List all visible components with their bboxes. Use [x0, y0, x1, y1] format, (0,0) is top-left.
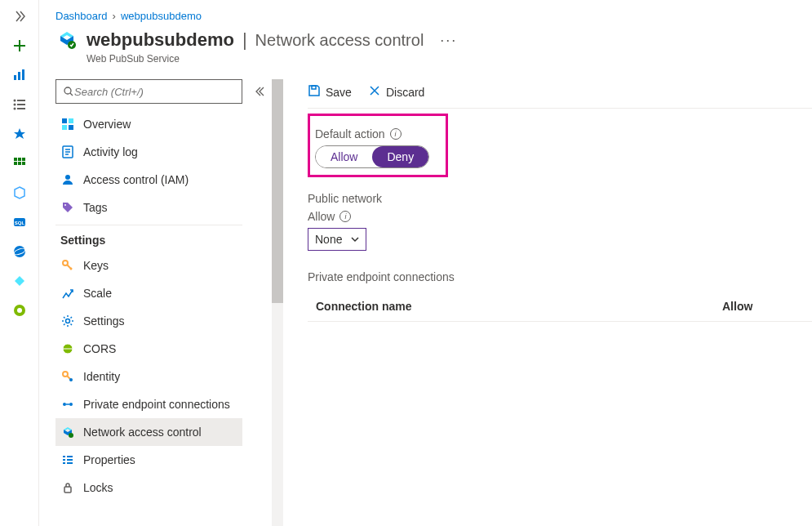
default-action-toggle[interactable]: Allow Deny	[315, 145, 429, 168]
svg-rect-2	[22, 69, 24, 80]
create-resource-icon[interactable]	[10, 36, 29, 56]
overview-icon	[60, 117, 75, 132]
main-content: Dashboard › webpubsubdemo webpubsubdemo …	[39, 0, 812, 526]
default-action-label: Default action i	[315, 127, 429, 140]
title-separator: |	[242, 29, 247, 51]
svg-rect-41	[67, 459, 73, 461]
search-input[interactable]	[74, 86, 235, 98]
svg-point-36	[69, 403, 73, 406]
star-icon[interactable]	[10, 124, 29, 144]
toggle-deny[interactable]: Deny	[372, 146, 428, 167]
list-icon[interactable]	[10, 95, 29, 114]
info-icon[interactable]: i	[390, 128, 402, 140]
svg-rect-45	[312, 86, 316, 89]
page-title-row: webpubsubdemo | Network access control ·…	[55, 29, 812, 51]
pec-table-header: Connection name Allow	[308, 288, 812, 322]
save-button[interactable]: Save	[308, 84, 352, 100]
svg-rect-11	[22, 158, 25, 161]
dashboard-chart-icon[interactable]	[10, 65, 29, 85]
sidebar-item-label: Identity	[83, 370, 120, 383]
activitylog-icon	[60, 145, 75, 159]
diamond-icon[interactable]	[10, 271, 29, 291]
scrollbar-thumb[interactable]	[272, 79, 283, 303]
svg-rect-44	[64, 487, 71, 493]
sidebar-item-label: Network access control	[83, 426, 202, 439]
svg-rect-42	[63, 462, 65, 464]
breadcrumb-current[interactable]: webpubsubdemo	[121, 10, 202, 22]
breadcrumb: Dashboard › webpubsubdemo	[55, 10, 812, 22]
svg-rect-26	[69, 125, 73, 130]
sidebar-item-scale[interactable]: Scale	[55, 279, 242, 307]
sidebar-item-settings[interactable]: Settings	[55, 307, 242, 335]
save-icon	[308, 84, 321, 100]
sidebar-item-keys[interactable]: Keys	[55, 252, 242, 279]
svg-point-7	[13, 108, 16, 110]
nac-icon	[60, 425, 75, 439]
svg-point-22	[64, 87, 71, 94]
sidebar-item-properties[interactable]: Properties	[55, 446, 242, 474]
svg-point-34	[69, 378, 73, 381]
cube-icon[interactable]	[10, 183, 29, 203]
discard-button[interactable]: Discard	[368, 84, 424, 100]
svg-rect-4	[17, 100, 25, 101]
svg-rect-43	[67, 462, 73, 464]
sidebar-item-nac[interactable]: Network access control	[55, 418, 242, 446]
expand-rail-icon[interactable]	[10, 7, 29, 26]
pec-icon	[60, 397, 75, 412]
resource-type-label: Web PubSub Service	[87, 53, 812, 65]
sidebar-item-cors[interactable]: CORS	[55, 335, 242, 363]
sidebar-item-label: CORS	[83, 342, 116, 355]
collapse-sidebar-button[interactable]	[247, 79, 270, 526]
svg-rect-25	[62, 125, 67, 130]
sidebar-item-label: Overview	[83, 118, 131, 131]
svg-point-29	[64, 204, 66, 206]
toggle-allow[interactable]: Allow	[316, 146, 372, 167]
grid-icon[interactable]	[10, 154, 29, 173]
settings-section-label: Settings	[55, 225, 242, 252]
identity-icon	[60, 369, 75, 384]
sql-icon[interactable]: SQL	[10, 212, 29, 232]
col-connection-name: Connection name	[316, 300, 722, 313]
circle-green-icon[interactable]	[10, 301, 29, 320]
sidebar-item-label: Keys	[83, 259, 109, 272]
detail-pane: Save Discard Default action i	[283, 79, 812, 526]
sidebar-item-tags[interactable]: Tags	[55, 194, 242, 221]
dropdown-value: None	[315, 233, 342, 246]
keys-icon	[60, 258, 75, 273]
page-title: Network access control	[255, 31, 424, 50]
sidebar-item-label: Access control (IAM)	[83, 173, 189, 186]
sidebar-item-overview[interactable]: Overview	[55, 110, 242, 138]
col-allow: Allow	[722, 300, 771, 313]
sidebar-item-iam[interactable]: Access control (IAM)	[55, 166, 242, 194]
sidebar-item-identity[interactable]: Identity	[55, 363, 242, 390]
svg-point-5	[13, 104, 16, 106]
properties-icon	[60, 452, 75, 467]
sidebar-item-activity-log[interactable]: Activity log	[55, 138, 242, 166]
svg-rect-14	[22, 162, 25, 165]
sidebar-nav: Overview Activity log Access control (IA…	[55, 79, 247, 526]
svg-rect-23	[62, 118, 67, 123]
tags-icon	[60, 200, 75, 215]
svg-point-35	[63, 403, 66, 406]
sidebar-item-label: Scale	[83, 287, 112, 300]
locks-icon	[60, 480, 75, 495]
svg-point-31	[66, 319, 70, 323]
sidebar-item-label: Settings	[83, 314, 125, 328]
pec-section-label: Private endpoint connections	[308, 270, 812, 283]
sidebar-search[interactable]	[55, 79, 242, 104]
more-button[interactable]: ···	[440, 32, 457, 49]
info-icon[interactable]: i	[339, 211, 351, 222]
sidebar-item-label: Tags	[83, 201, 108, 214]
allow-field-label: Allow i	[308, 210, 812, 223]
svg-rect-0	[14, 75, 16, 80]
svg-point-37	[69, 433, 73, 438]
sidebar-scrollbar[interactable]	[272, 79, 283, 526]
sidebar-item-pec[interactable]: Private endpoint connections	[55, 390, 242, 418]
public-network-label: Public network	[308, 192, 812, 205]
globe-icon[interactable]	[10, 242, 29, 261]
sidebar-item-locks[interactable]: Locks	[55, 474, 242, 501]
sidebar-item-label: Private endpoint connections	[83, 398, 230, 411]
breadcrumb-root[interactable]: Dashboard	[55, 10, 108, 22]
chevron-right-icon: ›	[113, 10, 116, 22]
allow-dropdown[interactable]: None	[308, 228, 366, 251]
